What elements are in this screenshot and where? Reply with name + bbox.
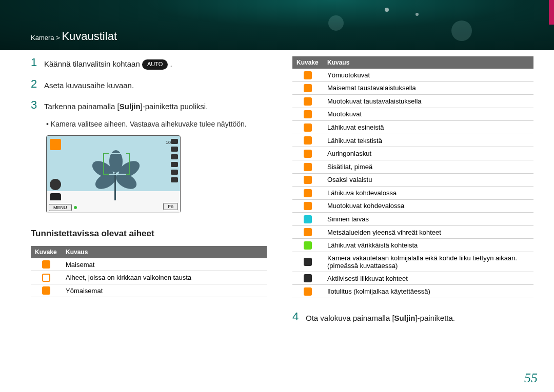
subject-icon (304, 287, 312, 296)
subject-icon (304, 228, 312, 236)
table-row: Lähikuva kohdevalossa (292, 187, 533, 200)
rec-dot-icon (74, 206, 77, 209)
table-row: Aiheet, joissa on kirkkaan valkoinen tau… (31, 271, 267, 284)
subject-desc: Kamera vakautetaan kolmijalalla eikä koh… (323, 252, 533, 272)
breadcrumb-separator: > (56, 34, 60, 42)
subject-desc: Sininen taivas (323, 213, 533, 226)
subject-desc: Lähikuvat esineistä (323, 121, 533, 134)
table-header-desc: Kuvaus (62, 246, 267, 258)
step-2-number: 2 (31, 78, 40, 90)
subject-desc: Lähikuvat tekstistä (323, 134, 533, 147)
camera-preview: 10 MENU Fn (46, 135, 181, 213)
focus-indicator (103, 153, 130, 175)
table-row: Sisätilat, pimeä (292, 160, 533, 173)
subject-icon (42, 260, 50, 269)
subject-icon (304, 123, 312, 132)
table-row: Maisemat taustavalaistuksella (292, 81, 533, 95)
step-4-text: Ota valokuva painamalla [Suljin]-painike… (306, 311, 455, 323)
magenta-accent (549, 0, 554, 25)
auto-mode-badge: AUTO (142, 59, 168, 69)
subject-desc: Maisemat (62, 258, 267, 271)
subject-icon (304, 176, 312, 184)
step-1-number: 1 (31, 56, 40, 69)
subject-desc: Yömaisemat (62, 284, 267, 297)
step-3-text: Tarkenna painamalla [Suljin]-painiketta … (44, 99, 208, 112)
table-row: Yömaisemat (31, 284, 267, 297)
step-2-text: Aseta kuvausaihe kuvaan. (44, 78, 134, 91)
subject-desc: Lähikuva kohdevalossa (323, 187, 533, 200)
subject-desc: Aiheet, joissa on kirkkaan valkoinen tau… (62, 271, 267, 284)
table-header-icon: Kuvake (31, 246, 62, 258)
breadcrumb: Kamera > Kuvaustilat (31, 30, 117, 43)
step-3: 3 Tarkenna painamalla [Suljin]-painikett… (31, 99, 267, 112)
subject-desc: Muotokuvat taustavalaistuksella (323, 95, 533, 108)
table-row: Muotokuvat (292, 108, 533, 121)
subject-icon (304, 274, 312, 282)
subject-icon (304, 84, 312, 92)
subjects-table-right: Kuvake Kuvaus YömuotokuvatMaisemat taust… (292, 56, 533, 298)
table-row: Sininen taivas (292, 213, 533, 226)
subject-icon (304, 97, 312, 106)
table-header-icon: Kuvake (292, 56, 323, 69)
step-4: 4 Ota valokuva painamalla [Suljin]-paini… (292, 311, 533, 323)
page-number: 55 (524, 370, 538, 386)
step-4-number: 4 (292, 311, 302, 323)
page-title: Kuvaustilat (62, 30, 117, 43)
subject-icon (304, 71, 312, 79)
subject-desc: Metsäalueiden yleensä vihreät kohteet (323, 225, 533, 239)
step-3-bullet: Kamera valitsee aiheen. Vastaava aihekuv… (46, 120, 267, 128)
battery-icon (171, 154, 178, 159)
subjects-table-left: Kuvake Kuvaus MaisematAiheet, joissa on … (31, 246, 267, 298)
table-row: Yömuotokuvat (292, 69, 533, 81)
subject-desc: Auringonlaskut (323, 147, 533, 160)
subject-icon (304, 110, 312, 118)
table-row: Osaksi valaistu (292, 173, 533, 187)
subject-desc: Muotokuvat (323, 108, 533, 121)
storage-icon (171, 139, 178, 144)
step-3-number: 3 (31, 99, 40, 111)
subject-desc: Sisätilat, pimeä (323, 160, 533, 173)
subject-desc: Lähikuvat värikkäistä kohteista (323, 239, 533, 252)
subject-icon (304, 258, 312, 266)
table-row: Metsäalueiden yleensä vihreät kohteet (292, 225, 533, 239)
subject-desc: Aktiivisesti liikkuvat kohteet (323, 272, 533, 285)
subject-icon (304, 202, 312, 210)
step-1: 1 Käännä tilanvalitsin kohtaan AUTO . (31, 56, 267, 70)
subject-icon (304, 189, 312, 197)
subjects-subheading: Tunnistettavissa olevat aiheet (31, 229, 267, 239)
subject-desc: Osaksi valaistu (323, 173, 533, 187)
table-header-desc: Kuvaus (323, 56, 533, 69)
table-row: Auringonlaskut (292, 147, 533, 160)
table-row: Lähikuvat esineistä (292, 121, 533, 134)
subject-icon (304, 150, 312, 158)
subject-icon (304, 215, 312, 223)
table-row: Maisemat (31, 258, 267, 271)
breadcrumb-section: Kamera (31, 34, 54, 42)
menu-button[interactable]: MENU (49, 204, 72, 211)
macro-icon (50, 139, 61, 150)
mode-dial-icon (50, 179, 61, 190)
table-row: Muotokuvat kohdevalossa (292, 199, 533, 213)
step-1-text: Käännä tilanvalitsin kohtaan AUTO . (44, 56, 172, 70)
table-row: Ilotulitus (kolmijalkaa käytettäessä) (292, 285, 533, 298)
focus-icon (171, 162, 178, 167)
subject-icon (304, 241, 312, 250)
subject-icon (42, 274, 50, 282)
subject-icon (42, 286, 50, 295)
table-row: Aktiivisesti liikkuvat kohteet (292, 272, 533, 285)
subject-icon (304, 136, 312, 145)
subject-desc: Maisemat taustavalaistuksella (323, 81, 533, 95)
subject-desc: Yömuotokuvat (323, 69, 533, 81)
table-row: Lähikuvat värikkäistä kohteista (292, 239, 533, 252)
table-row: Kamera vakautetaan kolmijalalla eikä koh… (292, 252, 533, 272)
size-icon (171, 147, 178, 152)
subject-desc: Muotokuvat kohdevalossa (323, 199, 533, 213)
fn-button[interactable]: Fn (163, 203, 178, 210)
preview-right-indicators: 10 (166, 138, 178, 184)
right-column: Kuvake Kuvaus YömuotokuvatMaisemat taust… (292, 56, 533, 382)
subject-desc: Ilotulitus (kolmijalkaa käytettäessä) (323, 285, 533, 298)
subject-icon (304, 163, 312, 171)
extra-icon (171, 177, 178, 182)
left-column: 1 Käännä tilanvalitsin kohtaan AUTO . 2 … (31, 56, 267, 382)
step-2: 2 Aseta kuvausaihe kuvaan. (31, 78, 267, 91)
